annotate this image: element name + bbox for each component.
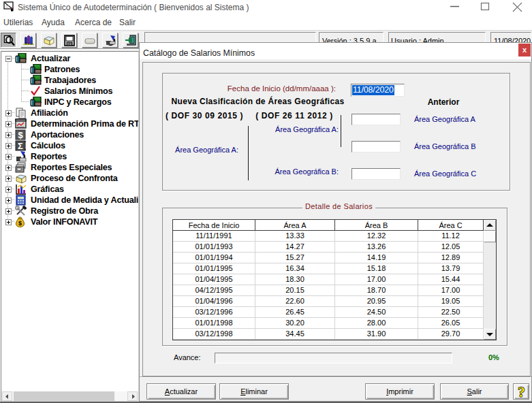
svg-text:?: ? — [518, 384, 525, 399]
